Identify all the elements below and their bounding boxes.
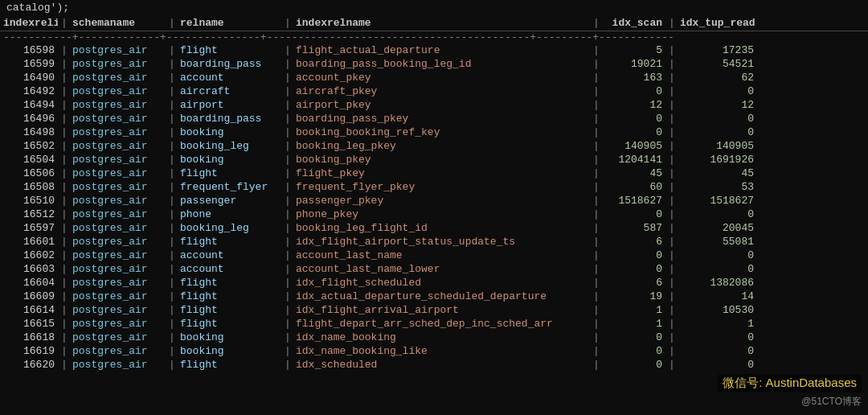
sep: | [281, 359, 293, 371]
cell-indexrelid: 16598 [0, 44, 58, 56]
header-relname: relname [177, 17, 281, 29]
sep: | [590, 195, 601, 207]
sep: | [166, 318, 177, 330]
cell-schemaname: postgres_air [69, 58, 166, 70]
cell-idx-tup-read: 0 [677, 85, 757, 97]
cell-relname: booking [177, 154, 281, 166]
cell-schemaname: postgres_air [69, 331, 166, 343]
cell-indexrelname: booking_leg_pkey [293, 140, 590, 152]
table-body: 16598 | postgres_air | flight | flight_a… [0, 43, 868, 372]
sep: | [665, 181, 677, 193]
cell-indexrelname: idx_name_booking_like [293, 345, 590, 357]
cell-idx-tup-read: 140905 [677, 140, 757, 152]
sep2: | [166, 17, 177, 29]
cell-idx-tup-read: 0 [677, 126, 757, 138]
cell-idx-scan: 0 [601, 359, 665, 371]
sep: | [665, 222, 677, 234]
cell-idx-scan: 1518627 [601, 195, 665, 207]
sep: | [58, 195, 69, 207]
cell-indexrelid: 16508 [0, 181, 58, 193]
sep: | [281, 58, 293, 70]
cell-indexrelid: 16601 [0, 236, 58, 248]
cell-idx-tup-read: 17235 [677, 44, 757, 56]
sep: | [281, 277, 293, 289]
watermark: 微信号: AustinDatabases [718, 374, 862, 392]
cell-indexrelname: idx_actual_departure_scheduled_departure [293, 290, 590, 302]
sep: | [58, 263, 69, 275]
cell-relname: booking [177, 126, 281, 138]
cell-indexrelid: 16599 [0, 58, 58, 70]
cell-schemaname: postgres_air [69, 359, 166, 371]
sep: | [665, 72, 677, 84]
table-row: 16510 | postgres_air | passenger | passe… [0, 194, 868, 208]
cell-indexrelid: 16498 [0, 126, 58, 138]
sep: | [665, 167, 677, 179]
sep: | [665, 208, 677, 220]
sep: | [590, 318, 601, 330]
cell-idx-tup-read: 14 [677, 290, 757, 302]
cell-indexrelname: idx_flight_arrival_airport [293, 304, 590, 316]
sep: | [665, 263, 677, 275]
sep: | [590, 99, 601, 111]
sep: | [281, 345, 293, 357]
sep: | [590, 126, 601, 138]
cell-idx-scan: 19 [601, 290, 665, 302]
cell-indexrelid: 16512 [0, 208, 58, 220]
cell-schemaname: postgres_air [69, 126, 166, 138]
sep: | [281, 249, 293, 261]
sep: | [58, 113, 69, 125]
sep: | [166, 44, 177, 56]
table-row: 16614 | postgres_air | flight | idx_flig… [0, 303, 868, 317]
sep: | [58, 359, 69, 371]
sep4: | [590, 17, 601, 29]
table-row: 16498 | postgres_air | booking | booking… [0, 125, 868, 139]
table-row: 16601 | postgres_air | flight | idx_flig… [0, 235, 868, 249]
cell-idx-tup-read: 45 [677, 167, 757, 179]
sep: | [58, 126, 69, 138]
table-row: 16604 | postgres_air | flight | idx_flig… [0, 276, 868, 290]
sep: | [665, 304, 677, 316]
sep: | [590, 113, 601, 125]
sep: | [665, 359, 677, 371]
sep: | [590, 290, 601, 302]
sep: | [166, 113, 177, 125]
table-row: 16492 | postgres_air | aircraft | aircra… [0, 84, 868, 98]
divider-row: -----------+-------------+--------------… [0, 31, 868, 43]
sep: | [590, 85, 601, 97]
terminal: catalog'); indexrelid | schemaname | rel… [0, 0, 868, 415]
sep: | [58, 72, 69, 84]
sep: | [590, 58, 601, 70]
cell-idx-scan: 6 [601, 236, 665, 248]
sep: | [590, 277, 601, 289]
cell-indexrelname: account_pkey [293, 72, 590, 84]
table-row: 16490 | postgres_air | account | account… [0, 71, 868, 84]
sep: | [590, 208, 601, 220]
sep: | [166, 154, 177, 166]
sep: | [166, 345, 177, 357]
cell-schemaname: postgres_air [69, 140, 166, 152]
table-header: indexrelid | schemaname | relname | inde… [0, 15, 868, 31]
sep: | [665, 195, 677, 207]
cell-indexrelname: flight_actual_departure [293, 44, 590, 56]
cell-indexrelname: boarding_pass_booking_leg_id [293, 58, 590, 70]
sep: | [58, 318, 69, 330]
sep: | [281, 44, 293, 56]
sep: | [665, 154, 677, 166]
watermark2: @51CTO博客 [801, 395, 862, 409]
sep: | [166, 277, 177, 289]
sep: | [58, 154, 69, 166]
sep: | [281, 318, 293, 330]
cell-schemaname: postgres_air [69, 113, 166, 125]
cell-idx-scan: 140905 [601, 140, 665, 152]
cell-relname: account [177, 72, 281, 84]
cell-idx-tup-read: 0 [677, 208, 757, 220]
cell-schemaname: postgres_air [69, 222, 166, 234]
cell-indexrelname: idx_scheduled [293, 359, 590, 371]
sep: | [665, 85, 677, 97]
sep: | [166, 140, 177, 152]
table-row: 16508 | postgres_air | frequent_flyer | … [0, 180, 868, 194]
sep: | [58, 58, 69, 70]
table-row: 16599 | postgres_air | boarding_pass | b… [0, 57, 868, 71]
sep: | [58, 345, 69, 357]
cell-relname: account [177, 263, 281, 275]
